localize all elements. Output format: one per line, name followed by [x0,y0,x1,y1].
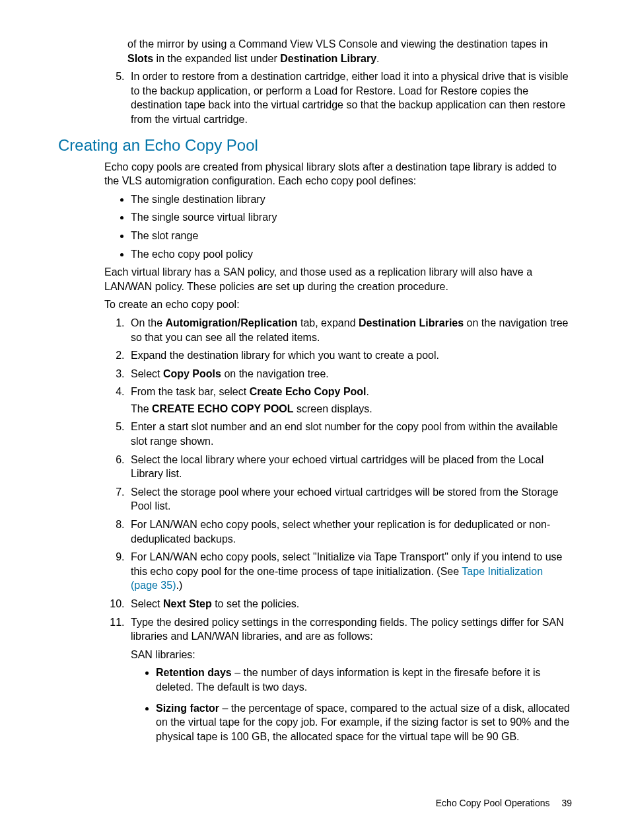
section-heading: Creating an Echo Copy Pool [58,136,572,155]
policy-paragraph: Each virtual library has a SAN policy, a… [104,265,572,293]
text: screen displays. [294,403,372,414]
text: .) [176,580,183,591]
step-item: On the Automigration/Replication tab, ex… [127,316,572,344]
step-item: Select the local library where your echo… [127,453,572,481]
lead-in-paragraph: To create an echo copy pool: [104,297,572,312]
bold-term: Destination Libraries [359,317,464,328]
bold-term: Next Step [163,598,212,609]
page-number: 39 [561,798,572,808]
step-item: For LAN/WAN echo copy pools, select whet… [127,517,572,546]
bold-term: Retention days [156,667,232,678]
text: Select [131,598,163,609]
continuation-paragraph: of the mirror by using a Command View VL… [127,37,572,65]
footer-section-title: Echo Copy Pool Operations [436,798,550,808]
step-item: From the task bar, select Create Echo Co… [127,385,572,416]
bold-term: Slots [127,53,153,64]
bold-term: Automigration/Replication [165,317,297,328]
bold-term: Copy Pools [163,368,221,379]
definition-bullets: The single destination library The singl… [118,192,572,261]
intro-paragraph: Echo copy pools are created from physica… [104,160,572,188]
bullet-item: The slot range [131,229,572,243]
text: to set the policies. [212,598,300,609]
step-item: Expand the destination library for which… [127,348,572,363]
step-item: Select the storage pool where your echoe… [127,485,572,514]
text: tab, expand [297,317,359,328]
step-item: In order to restore from a destination c… [127,69,572,126]
step-item: Select Copy Pools on the navigation tree… [127,367,572,381]
text: . [376,53,379,64]
page-footer: Echo Copy Pool Operations 39 [436,798,572,808]
text: From the task bar, select [131,386,250,397]
bold-term: Sizing factor [156,703,219,714]
text: On the [131,317,165,328]
text: of the mirror by using a Command View VL… [127,38,548,50]
continued-steps-list: In order to restore from a destination c… [104,69,572,126]
bold-term: Create Echo Copy Pool [250,386,367,397]
bullet-item: The single destination library [131,192,572,207]
bullet-item: Retention days – the number of days info… [156,666,572,694]
bold-term: Destination Library [280,53,376,64]
text: Type the desired policy settings in the … [131,617,564,642]
bullet-item: The echo copy pool policy [131,247,572,262]
text: Select [131,368,163,379]
text: . [367,386,369,397]
bullet-item: Sizing factor – the percentage of space,… [156,701,572,744]
step-item: For LAN/WAN echo copy pools, select "Ini… [127,550,572,593]
procedure-steps: On the Automigration/Replication tab, ex… [104,316,572,744]
step-item: Select Next Step to set the policies. [127,597,572,611]
policy-bullets: Retention days – the number of days info… [144,666,572,744]
step-item: Type the desired policy settings in the … [127,615,572,744]
text: on the navigation tree. [221,368,329,379]
text: The [131,403,152,414]
step-subtext: The CREATE ECHO COPY POOL screen display… [131,402,572,416]
step-subtext: SAN libraries: [131,648,572,662]
bold-term: CREATE ECHO COPY POOL [152,403,294,414]
text: in the expanded list under [153,53,280,64]
bullet-item: The single source virtual library [131,210,572,225]
step-item: Enter a start slot number and an end slo… [127,420,572,448]
